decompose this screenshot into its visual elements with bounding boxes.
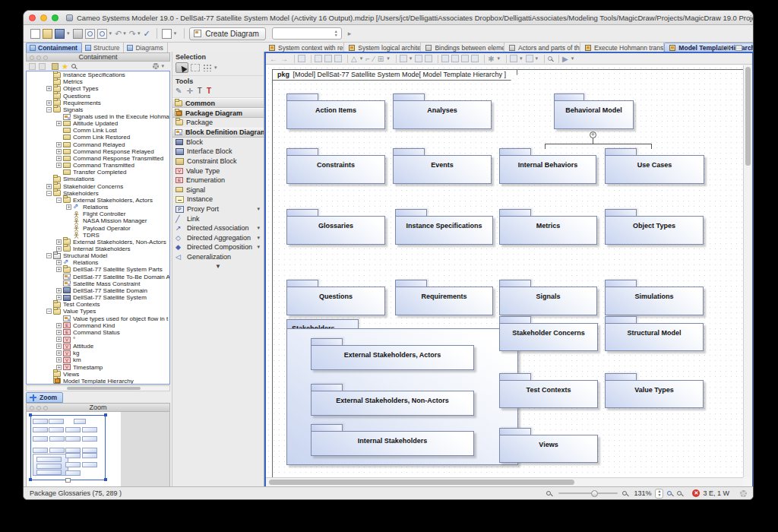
distribute-icon[interactable] (471, 55, 479, 62)
create-diagram-button[interactable]: Create Diagram (189, 27, 266, 40)
expand-toggle[interactable]: + (56, 121, 62, 126)
tree-item[interactable]: +DellSat-77 Satellite System (27, 294, 169, 301)
tree-item[interactable]: +DellSat-77 Satellite System Parts (27, 266, 169, 273)
run-simulation-caret[interactable]: ▾ (571, 55, 574, 62)
related-diagrams-icon[interactable] (162, 29, 172, 39)
palette-item-directed-composition[interactable]: ◆Directed Composition▾ (172, 242, 264, 252)
expand-toggle[interactable]: + (56, 288, 62, 293)
palette-item-constraint-block[interactable]: Constraint Block (172, 157, 264, 166)
zoom-1-1-icon[interactable] (677, 491, 682, 496)
zoom-slider[interactable] (558, 492, 618, 494)
palette-item-directed-association[interactable]: ↗Directed Association▾ (172, 223, 264, 233)
tree-item[interactable]: +VAttitude (27, 343, 169, 350)
multi-select-button[interactable] (203, 64, 212, 71)
layout-diagonal-icon[interactable]: ∕ (373, 54, 375, 64)
zoom-window-button[interactable] (52, 14, 59, 21)
tree-item[interactable]: Comm Link Lost (27, 127, 169, 134)
tree-item[interactable]: +Altitude Updated (27, 120, 169, 127)
image-shape-icon[interactable] (400, 55, 407, 62)
package-constraints[interactable]: Constraints (286, 148, 385, 185)
separator-icon[interactable] (425, 55, 432, 62)
containment-options-gear-icon[interactable] (153, 63, 159, 69)
expand-toggle[interactable]: + (56, 337, 62, 342)
minimap-handle[interactable] (104, 413, 107, 416)
package-signals[interactable]: Signals (499, 280, 597, 316)
package-use-cases[interactable]: Use Cases (605, 148, 704, 185)
tree-item[interactable]: +Command Response Transmitted (27, 155, 169, 162)
redo-icon[interactable]: ↷ (129, 29, 136, 39)
tree-item[interactable]: TDRS (27, 232, 169, 239)
tree-item[interactable]: +Vkg (27, 350, 169, 356)
tree-item[interactable]: −Signals (27, 106, 169, 113)
tree-item[interactable]: Views (27, 371, 169, 378)
expand-toggle[interactable]: + (56, 330, 62, 335)
package-events[interactable]: Events (393, 148, 492, 185)
tree-horizontal-scrollbar[interactable] (26, 385, 170, 391)
fit-in-window-icon[interactable] (667, 491, 672, 496)
save-dropdown-caret[interactable]: ▾ (67, 30, 70, 36)
tree-item[interactable]: +V° (27, 336, 169, 343)
minimap-handle[interactable] (29, 413, 32, 416)
layout-orthogonal-icon[interactable]: ⌐ (365, 54, 370, 64)
tree-item[interactable]: +Command Transmitted (27, 162, 169, 169)
expand-toggle[interactable]: + (56, 260, 62, 265)
palette-item-signal[interactable]: Signal (172, 185, 264, 195)
image-shape-caret[interactable]: ▾ (410, 55, 413, 62)
containment-options-caret[interactable]: ▾ (161, 63, 164, 69)
expand-toggle[interactable]: + (56, 323, 62, 328)
tree-item[interactable]: Metrics (27, 78, 169, 85)
tree-item[interactable]: +Relations (27, 259, 169, 266)
html-text-tool-icon[interactable]: T (207, 87, 211, 95)
scroll-tabs-left-icon[interactable]: ◀ (719, 44, 723, 51)
package-instance-specifications[interactable]: Instance Specifications (395, 209, 493, 245)
package-stakeholder-concerns[interactable]: Stakeholder Concerns (499, 316, 598, 352)
package-external-stakeholders-actors[interactable]: External Stakeholders, Actors (311, 338, 474, 371)
tree-item[interactable]: Transfer Completed (27, 169, 169, 176)
expand-toggle[interactable]: + (56, 163, 62, 168)
tree-item[interactable]: NASA Mission Manager (27, 217, 169, 224)
tree-item[interactable]: +VTimestamp (27, 364, 169, 371)
tab-list-icon[interactable] (735, 45, 742, 51)
tree-item[interactable]: +Object Types (27, 85, 169, 92)
selection-cursor-button[interactable] (176, 62, 188, 73)
anchor-tool-icon[interactable]: ✛ (186, 87, 192, 95)
cut-icon[interactable] (334, 55, 342, 62)
perspective-combobox[interactable]: ▲▼ (272, 27, 342, 40)
expand-toggle[interactable]: + (66, 204, 71, 210)
package-test-contexts[interactable]: Test Contexts (499, 373, 598, 409)
tree-item[interactable]: Comm Link Restored (27, 134, 169, 141)
palette-item-package[interactable]: Package (172, 118, 264, 128)
diagram-options-gear-icon[interactable]: ✱ (488, 54, 494, 64)
tree-item[interactable]: +External Stakeholders, Non-Actors (27, 239, 169, 245)
tree-item[interactable]: Questions (27, 92, 169, 99)
collapse-toggle[interactable]: − (46, 191, 52, 196)
palette-more-button[interactable]: ▼ (172, 261, 264, 270)
selection-more-caret[interactable]: ▾ (214, 65, 217, 71)
tree-item[interactable]: +Command Relayed (27, 141, 169, 148)
tree-item[interactable]: +Vkm (27, 356, 169, 363)
browser-tab-diagrams[interactable]: Diagrams (124, 43, 167, 52)
tree-item[interactable]: −Value Types (27, 308, 169, 315)
expand-toggle[interactable]: + (56, 149, 62, 154)
back-icon[interactable]: ← (270, 54, 277, 64)
tree-item[interactable]: Instance Specifications (27, 71, 169, 78)
validate-icon[interactable]: ✓ (144, 29, 150, 39)
package-internal-stakeholders[interactable]: Internal Stakeholders (311, 424, 474, 457)
palette-item-directed-aggregation[interactable]: ◇Directed Aggregation▾ (172, 233, 264, 243)
zoom-panel-tab[interactable]: Zoom (26, 392, 63, 403)
table-view-caret[interactable]: ▾ (536, 55, 539, 62)
lasso-select-button[interactable] (191, 64, 200, 71)
package-simulations[interactable]: Simulations (605, 280, 704, 316)
palette-item-block[interactable]: Block (172, 138, 264, 147)
zoom-in-icon[interactable] (622, 491, 627, 496)
package-analyses[interactable]: Analyses (393, 93, 492, 130)
package-internal-behaviors[interactable]: Internal Behaviors (499, 148, 596, 185)
collapse-toggle[interactable]: − (56, 198, 62, 203)
palette-section-block-definition-diagram[interactable]: Block Definition Diagram (172, 128, 264, 138)
layout-hierarchic-icon[interactable]: △ (351, 54, 357, 64)
expand-all-icon[interactable] (29, 63, 36, 70)
tree-item[interactable]: Satellite Mass Constraint (27, 280, 169, 287)
related-diagrams-caret[interactable]: ▾ (174, 30, 177, 36)
minimap-resize-handle[interactable] (65, 478, 71, 483)
open-project-icon[interactable] (43, 29, 52, 39)
